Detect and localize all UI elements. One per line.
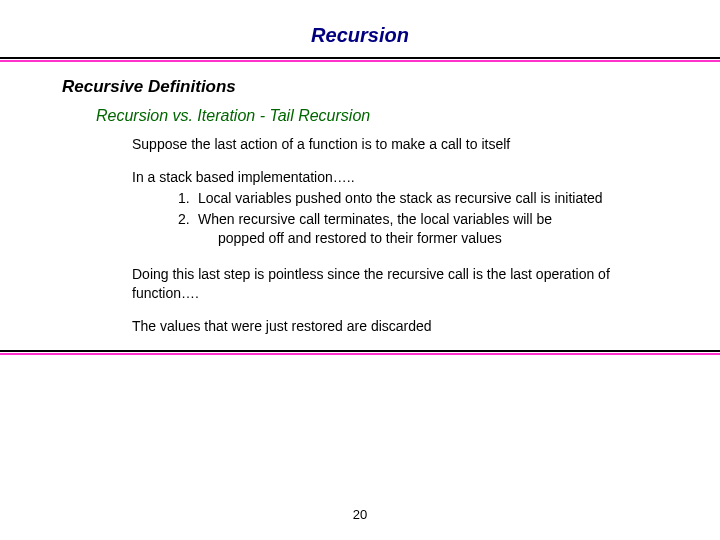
divider-line xyxy=(0,60,720,62)
list-block: In a stack based implementation….. 1. Lo… xyxy=(132,168,658,248)
list-number: 1. xyxy=(178,189,190,208)
section-heading: Recursive Definitions xyxy=(62,77,658,97)
divider-line xyxy=(0,57,720,59)
list-item: 2. When recursive call terminates, the l… xyxy=(178,210,658,248)
content-area: Recursive Definitions Recursion vs. Iter… xyxy=(0,63,720,336)
paragraph: Suppose the last action of a function is… xyxy=(132,135,658,154)
subsection-heading: Recursion vs. Iteration - Tail Recursion xyxy=(96,107,658,125)
slide-title: Recursion xyxy=(0,0,720,55)
divider-line xyxy=(0,353,720,355)
paragraph: In a stack based implementation….. xyxy=(132,168,658,187)
divider-bottom xyxy=(0,350,720,356)
paragraph: The values that were just restored are d… xyxy=(132,317,658,336)
list-text: When recursive call terminates, the loca… xyxy=(198,211,552,227)
list-item: 1. Local variables pushed onto the stack… xyxy=(178,189,658,208)
slide: Recursion Recursive Definitions Recursio… xyxy=(0,0,720,540)
divider-top xyxy=(0,57,720,63)
paragraph: Doing this last step is pointless since … xyxy=(132,265,658,303)
list-text: Local variables pushed onto the stack as… xyxy=(198,190,603,206)
page-number: 20 xyxy=(0,507,720,522)
list-number: 2. xyxy=(178,210,190,229)
divider-line xyxy=(0,350,720,352)
body-text: Suppose the last action of a function is… xyxy=(132,135,658,336)
numbered-list: 1. Local variables pushed onto the stack… xyxy=(178,189,658,248)
list-text-continuation: popped off and restored to their former … xyxy=(218,229,658,248)
